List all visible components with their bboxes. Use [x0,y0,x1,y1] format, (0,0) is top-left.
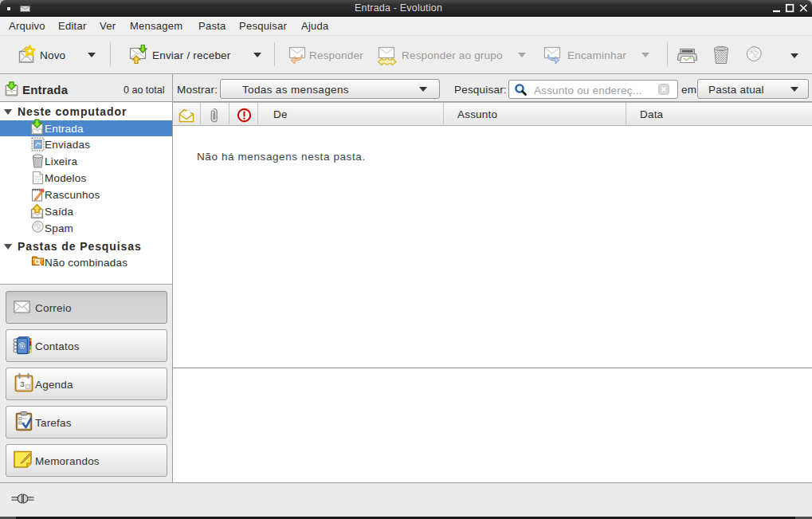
svg-text:3: 3 [20,379,24,388]
svg-text:@: @ [18,341,26,350]
